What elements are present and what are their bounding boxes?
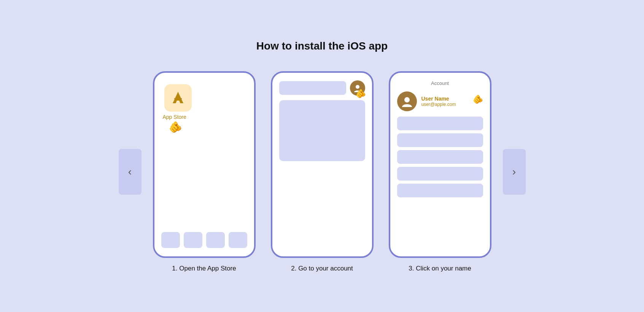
phone2-banner (279, 100, 365, 161)
step-2-label: 2. Go to your account (291, 265, 353, 272)
account-title: Account (397, 80, 483, 86)
tab-3 (206, 232, 225, 248)
user-email: user@apple.com (421, 102, 456, 107)
phone-2: 🫵 (271, 71, 374, 258)
phone3-avatar (397, 91, 417, 111)
step-2: 🫵 2. Go to your account (271, 71, 374, 272)
menu-item-2 (397, 133, 483, 147)
user-name: User Name (421, 96, 456, 102)
prev-button[interactable]: ‹ (119, 149, 142, 195)
step-3-label: 3. Click on your name (409, 265, 471, 272)
carousel-wrapper: ‹ App Store (0, 71, 644, 272)
menu-item-4 (397, 167, 483, 181)
tap-cursor-1: 🫵 (169, 121, 182, 133)
step-1: App Store 🫵 1. Open the App Store (153, 71, 256, 272)
user-info: User Name user@apple.com (421, 96, 456, 107)
phone2-search-bar (279, 81, 346, 95)
phone2-header: 🫵 (279, 80, 365, 96)
menu-item-3 (397, 150, 483, 164)
steps-container: App Store 🫵 1. Open the App Store (153, 71, 491, 272)
phone3-menu-items (397, 117, 483, 197)
tap-cursor-3: 🫵 (473, 94, 483, 104)
phone-1: App Store 🫵 (153, 71, 256, 258)
tab-4 (229, 232, 247, 248)
phone1-bottom-tabs (161, 232, 247, 248)
menu-item-1 (397, 117, 483, 130)
tap-cursor-2: 🫵 (356, 89, 366, 99)
phone-3: Account User Name user@apple.com 🫵 (389, 71, 491, 258)
svg-point-2 (404, 97, 410, 102)
svg-point-1 (356, 85, 359, 89)
step-3: Account User Name user@apple.com 🫵 (389, 71, 491, 272)
tab-1 (161, 232, 180, 248)
step-1-label: 1. Open the App Store (172, 265, 236, 272)
app-store-label: App Store (163, 114, 186, 120)
page-title: How to install the iOS app (256, 40, 388, 52)
tab-2 (184, 232, 202, 248)
phone2-avatar: 🫵 (350, 80, 365, 96)
phone3-user-row: User Name user@apple.com 🫵 (397, 91, 483, 111)
app-store-icon (164, 84, 192, 112)
next-button[interactable]: › (503, 149, 526, 195)
menu-item-5 (397, 184, 483, 197)
